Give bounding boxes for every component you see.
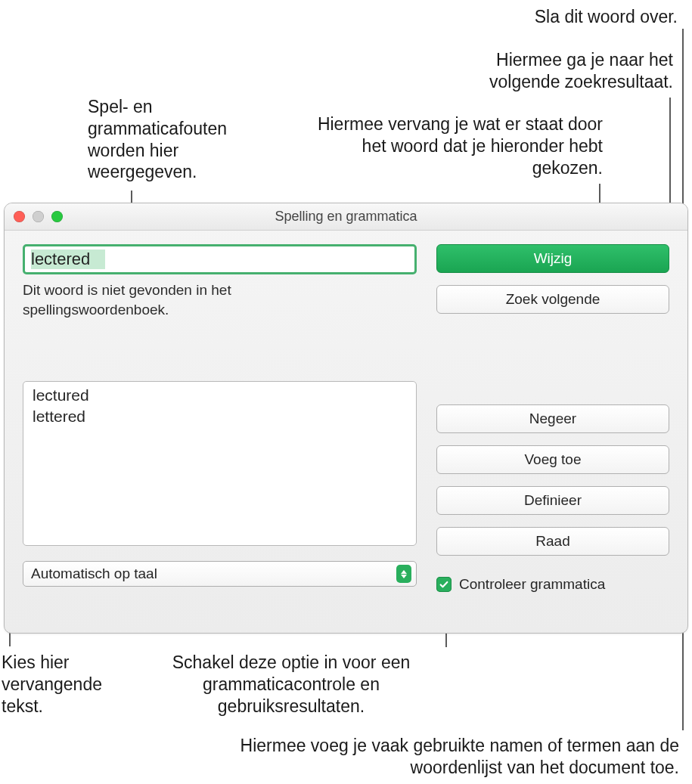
spelling-grammar-window: Spelling en grammatica Dit woord is niet… [4,203,688,634]
find-next-button[interactable]: Zoek volgende [436,285,669,314]
misspelled-input[interactable] [31,249,408,269]
minimize-icon[interactable] [33,211,44,222]
zoom-icon[interactable] [51,211,63,222]
callout-choose-replacement: Kies hier vervangende tekst. [2,652,138,717]
checkmark-icon [439,579,449,590]
callout-skip-word: Sla dit woord over. [405,6,678,28]
left-column: Dit woord is niet gevonden in het spelli… [23,244,417,593]
callout-grammar-toggle: Schakel deze optie in voor een grammatic… [140,652,442,717]
callout-errors-shown: Spel- en grammaticafouten worden hier we… [88,96,284,183]
misspelled-field-wrap [23,244,417,274]
callout-add-term: Hiermee voeg je vaak gebruikte namen of … [165,735,679,779]
guess-button[interactable]: Raad [436,527,669,556]
callout-next-result: Hiermee ga je naar het volgende zoekresu… [431,49,673,93]
updown-icon [396,565,411,583]
close-icon[interactable] [14,211,25,222]
change-button[interactable]: Wijzig [436,244,669,273]
check-grammar-checkbox[interactable] [436,577,452,592]
titlebar: Spelling en grammatica [5,203,687,231]
define-button[interactable]: Definieer [436,486,669,515]
callout-replace: Hiermee vervang je wat er staat door het… [315,113,603,178]
language-select-label: Automatisch op taal [31,566,157,582]
language-select[interactable]: Automatisch op taal [23,561,417,587]
list-item[interactable]: lettered [23,406,416,427]
window-title: Spelling en grammatica [5,209,687,225]
list-item[interactable]: lectured [23,385,416,406]
add-button[interactable]: Voeg toe [436,445,669,474]
window-controls [14,211,63,222]
suggestions-list[interactable]: lectured lettered [23,381,417,546]
not-found-message: Dit woord is niet gevonden in het spelli… [23,280,355,319]
right-column: Wijzig Zoek volgende Negeer Voeg toe Def… [436,244,669,593]
check-grammar-label: Controleer grammatica [459,576,605,593]
ignore-button[interactable]: Negeer [436,404,669,433]
check-grammar-row: Controleer grammatica [436,576,669,593]
